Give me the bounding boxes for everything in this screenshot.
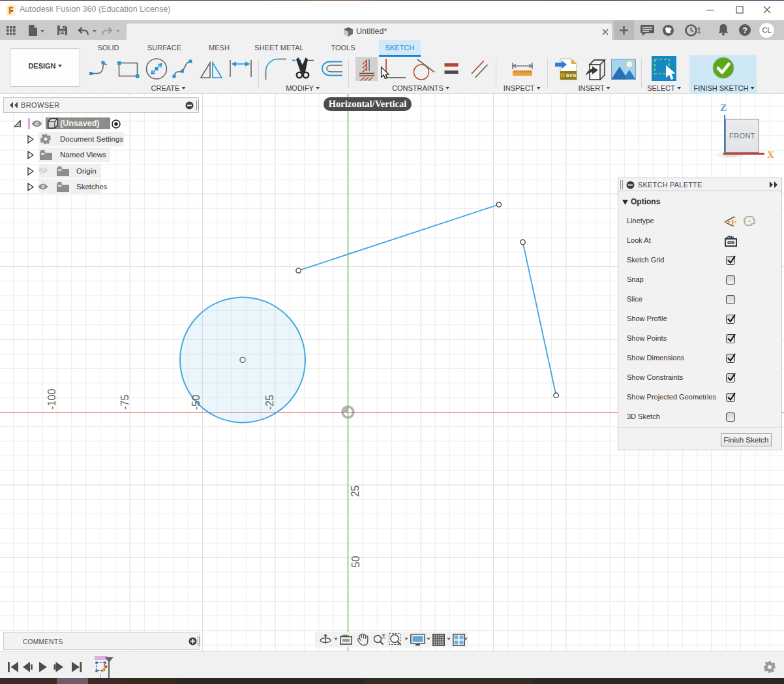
svg-text:-50: -50 xyxy=(190,395,202,410)
svg-text:25: 25 xyxy=(350,485,361,497)
svg-text:50: 50 xyxy=(350,556,361,568)
svg-text:-75: -75 xyxy=(119,394,130,409)
svg-text:-100: -100 xyxy=(46,388,57,409)
svg-text:?: ? xyxy=(742,26,747,35)
svg-text:SVG: SVG xyxy=(566,72,577,78)
svg-text:-25: -25 xyxy=(264,395,275,410)
